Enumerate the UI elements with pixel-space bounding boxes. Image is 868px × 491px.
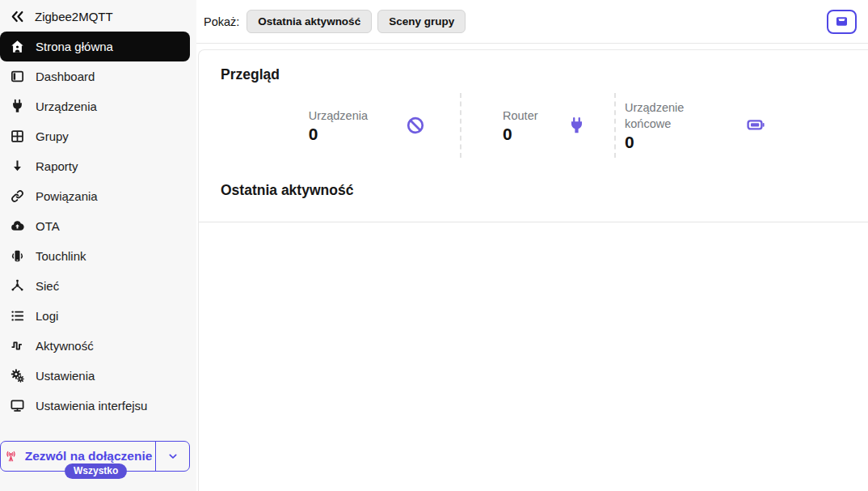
grid-icon: [9, 129, 25, 145]
battery-icon: [744, 116, 767, 135]
stat-devices: Urządzenia 0: [221, 93, 460, 158]
show-group-scenes-button[interactable]: Sceny grupy: [377, 10, 466, 33]
sidebar-nav: Strona główna Dashboard Urządzenia Grupy…: [0, 32, 196, 441]
activity-title: Ostatnia aktywność: [221, 182, 848, 199]
stat-routers-value: 0: [503, 125, 538, 144]
sidebar-item-ustawienia[interactable]: Ustawienia: [0, 361, 196, 391]
plug-icon: [567, 116, 586, 135]
activity-icon: [9, 338, 25, 354]
sidebar-item-label: Touchlink: [36, 248, 86, 265]
list-icon: [9, 308, 25, 324]
inbox-icon: [835, 15, 849, 28]
sidebar-item-label: Dashboard: [36, 68, 95, 85]
sidebar-item-label: Raporty: [36, 158, 78, 175]
content-card: Przegląd Urządzenia 0 Router 0: [198, 49, 868, 491]
cloud-upload-icon: [9, 218, 25, 235]
chevron-down-icon: [166, 450, 179, 463]
plug-icon: [9, 99, 25, 115]
sidebar-item-siec[interactable]: Sieć: [0, 271, 196, 301]
stat-devices-label: Urządzenia: [309, 108, 368, 124]
sidebar-item-label: Grupy: [36, 128, 69, 145]
sidebar-item-powiazania[interactable]: Powiązania: [0, 181, 196, 211]
main-area: Pokaż: Ostatnia aktywność Sceny grupy Pr…: [196, 0, 868, 491]
sidebar-item-ota[interactable]: OTA: [0, 211, 196, 241]
stat-routers: Router 0: [460, 93, 614, 158]
phone-waves-icon: [9, 248, 25, 265]
network-icon: [9, 278, 25, 294]
app-title: Zigbee2MQTT: [35, 10, 113, 23]
sidebar-item-raporty[interactable]: Raporty: [0, 151, 196, 181]
home-icon: [9, 39, 25, 55]
prohibit-icon: [405, 115, 426, 136]
notifications-inbox-button[interactable]: [827, 10, 857, 34]
stat-end-devices: Urządzenie końcowe 0: [614, 93, 848, 158]
show-last-activity-button[interactable]: Ostatnia aktywność: [246, 10, 372, 33]
arrow-down-icon: [9, 159, 25, 175]
sidebar-item-aktywnosc[interactable]: Aktywność: [0, 331, 196, 361]
stat-routers-label: Router: [503, 108, 538, 124]
sidebar-item-urzadzenia[interactable]: Urządzenia: [0, 91, 196, 121]
sidebar-item-logi[interactable]: Logi: [0, 301, 196, 331]
sidebar: Zigbee2MQTT Strona główna Dashboard Urzą…: [0, 0, 196, 491]
collapse-sidebar-icon[interactable]: [9, 8, 25, 24]
sidebar-item-touchlink[interactable]: Touchlink: [0, 241, 196, 271]
topbar: Pokaż: Ostatnia aktywność Sceny grupy: [196, 0, 868, 44]
sidebar-item-label: Powiązania: [36, 188, 98, 205]
sidebar-item-label: Ustawienia interfejsu: [36, 397, 147, 414]
permit-join-area: Zezwól na dołączenie Wszystko: [0, 441, 190, 472]
device-stats-row: Urządzenia 0 Router 0 Urządzenie końco: [221, 93, 848, 158]
activity-divider: [199, 222, 868, 222]
stat-end-devices-label: Urządzenie końcowe: [625, 99, 712, 132]
dashboard-icon: [9, 69, 25, 85]
stat-devices-value: 0: [309, 125, 368, 144]
permit-join-target-badge: Wszystko: [65, 463, 127, 479]
permit-join-dropdown-button[interactable]: [156, 442, 189, 471]
sidebar-item-label: OTA: [36, 218, 60, 235]
sidebar-item-label: Ustawienia: [36, 367, 95, 384]
sidebar-item-grupy[interactable]: Grupy: [0, 121, 196, 151]
sidebar-item-label: Logi: [36, 307, 58, 324]
link-icon: [9, 188, 25, 205]
gears-icon: [9, 368, 25, 384]
stat-end-devices-value: 0: [625, 133, 712, 152]
sidebar-brand: Zigbee2MQTT: [0, 0, 196, 32]
sidebar-item-label: Sieć: [36, 277, 59, 294]
sidebar-item-label: Strona główna: [36, 38, 113, 55]
broadcast-icon: [4, 450, 18, 463]
sidebar-item-dashboard[interactable]: Dashboard: [0, 61, 196, 91]
overview-title: Przegląd: [221, 66, 848, 83]
show-label: Pokaż:: [204, 15, 239, 28]
sidebar-item-ustawienia-interfejsu[interactable]: Ustawienia interfejsu: [0, 391, 196, 421]
permit-join-label: Zezwól na dołączenie: [25, 449, 153, 463]
monitor-icon: [9, 398, 25, 414]
sidebar-item-label: Urządzenia: [36, 98, 97, 115]
sidebar-item-label: Aktywność: [36, 337, 94, 354]
sidebar-item-strona-glowna[interactable]: Strona główna: [0, 32, 190, 61]
